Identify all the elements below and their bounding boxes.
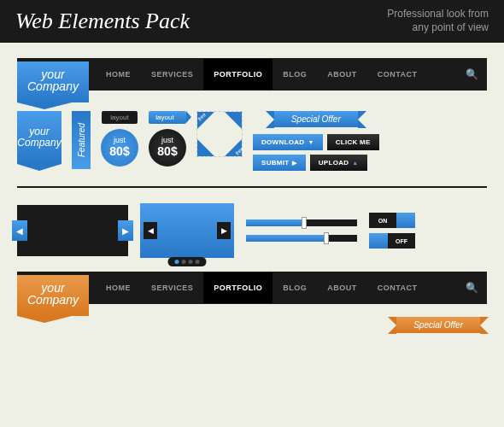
divider	[17, 186, 487, 188]
slider2-prev[interactable]: ◀	[144, 222, 157, 239]
page-title: Web Elements Pack	[15, 9, 190, 34]
slider2-next[interactable]: ▶	[217, 222, 231, 239]
chevron-right-icon: ▶	[292, 160, 296, 166]
progress-bar-2[interactable]	[246, 235, 357, 242]
search-icon[interactable]: 🔍	[466, 282, 478, 294]
nav-about[interactable]: ABOUT	[317, 272, 367, 303]
download-button[interactable]: DOWNLOAD▼	[253, 134, 323, 150]
corner-tr	[225, 112, 242, 129]
nav-bar-blue: your Company HOME SERVICES PORTFOLIO BLO…	[17, 58, 487, 91]
search-icon[interactable]: 🔍	[466, 68, 478, 80]
featured-tag: Featured	[72, 111, 91, 169]
price-circle-blue: just 80$	[101, 129, 138, 167]
slider-next[interactable]: ▶	[118, 220, 133, 241]
layout-tag-blue: layout	[149, 111, 185, 124]
header-bar: Web Elements Pack Professional look from…	[0, 0, 504, 43]
image-slider-blue: ◀ ▶	[140, 203, 234, 258]
slider-prev[interactable]: ◀	[12, 220, 27, 241]
company-logo-orange[interactable]: your Company	[17, 275, 89, 316]
nav-blog[interactable]: BLOG	[273, 272, 317, 303]
chevron-down-icon: ▼	[308, 139, 314, 145]
nav-bar-orange: your Company HOME SERVICES PORTFOLIO BLO…	[17, 272, 487, 304]
corner-ribbons-box: free free	[196, 111, 243, 157]
nav-about[interactable]: ABOUT	[317, 59, 367, 90]
image-slider-dark: ◀ ▶	[17, 205, 128, 256]
ui-elements-row: yourCompany Featured layout just 80$ lay…	[17, 111, 487, 171]
chevron-up-icon: ▲	[352, 160, 358, 166]
upload-button[interactable]: UPLOAD▲	[310, 155, 367, 171]
special-offer-ribbon: Special Offer	[274, 111, 358, 127]
dot-1[interactable]	[175, 260, 179, 264]
progress-bar-1[interactable]	[246, 219, 357, 226]
nav-contact[interactable]: CONTACT	[367, 59, 428, 90]
nav-home[interactable]: HOME	[96, 59, 141, 90]
special-offer-ribbon-orange: Special Offer	[396, 317, 480, 333]
nav-portfolio[interactable]: PORTFOLIO	[203, 59, 273, 90]
nav-home[interactable]: HOME	[96, 272, 141, 303]
nav-portfolio[interactable]: PORTFOLIO	[203, 272, 273, 303]
toggle-switches: ON OFF	[369, 213, 415, 249]
submit-button[interactable]: SUBMIT▶	[253, 155, 306, 171]
progress-handle[interactable]	[302, 217, 307, 229]
price-circle-black: just 80$	[149, 129, 186, 167]
progress-bars	[246, 219, 357, 242]
tagline: Professional look from any point of view	[387, 8, 489, 34]
button-group: DOWNLOAD▼ CLICK ME SUBMIT▶ UPLOAD▲	[253, 134, 379, 171]
preview-area: your Company HOME SERVICES PORTFOLIO BLO…	[0, 43, 504, 347]
nav-blog[interactable]: BLOG	[273, 59, 317, 90]
dot-4[interactable]	[196, 260, 200, 264]
layout-tag-black: layout	[102, 111, 137, 124]
corner-bl	[197, 139, 214, 156]
nav-services[interactable]: SERVICES	[141, 272, 203, 303]
toggle-switch	[396, 213, 415, 228]
company-ribbon: yourCompany	[17, 111, 62, 164]
toggle-switch	[369, 233, 388, 249]
nav-items: HOME SERVICES PORTFOLIO BLOG ABOUT CONTA…	[96, 59, 428, 90]
sliders-row: ◀ ▶ ◀ ▶ ON	[17, 203, 487, 258]
nav-contact[interactable]: CONTACT	[367, 272, 428, 303]
nav-items-2: HOME SERVICES PORTFOLIO BLOG ABOUT CONTA…	[96, 272, 428, 303]
dot-3[interactable]	[189, 260, 193, 264]
click-me-button[interactable]: CLICK ME	[327, 134, 379, 150]
toggle-off[interactable]: OFF	[369, 233, 415, 249]
progress-handle[interactable]	[324, 232, 329, 244]
company-logo-blue[interactable]: your Company	[17, 61, 89, 102]
dot-2[interactable]	[182, 260, 186, 264]
nav-services[interactable]: SERVICES	[141, 59, 203, 90]
slider-dots	[168, 257, 207, 266]
toggle-on[interactable]: ON	[369, 213, 415, 228]
